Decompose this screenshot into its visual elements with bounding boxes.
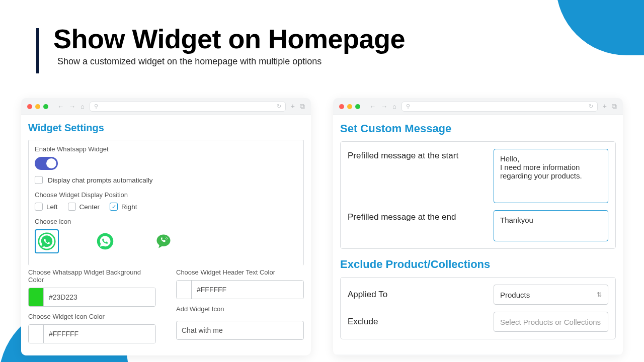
- add-tab-icon[interactable]: +: [603, 102, 607, 111]
- position-right-checkbox[interactable]: ✓: [110, 203, 118, 211]
- minimize-dot-icon[interactable]: [347, 104, 352, 109]
- forward-icon[interactable]: →: [69, 103, 75, 110]
- add-tab-icon[interactable]: +: [291, 102, 295, 111]
- end-message-label: Prefilled message at the end: [348, 210, 478, 241]
- add-icon-label: Add Widget Icon: [176, 305, 304, 313]
- nav-icons: ← → ⌂: [57, 103, 85, 110]
- add-icon-input[interactable]: [176, 321, 304, 340]
- whatsapp-icon: [96, 232, 114, 250]
- header-color-label: Choose Widget Header Text Color: [176, 268, 304, 276]
- exclude-title: Exclude Product/Collections: [340, 258, 616, 271]
- set-custom-message-title: Set Custom Message: [340, 122, 616, 135]
- page-subtitle: Show a customized widget on the homepage…: [57, 56, 405, 67]
- custom-message-content: Set Custom Message Prefilled message at …: [333, 115, 623, 354]
- bg-color-label: Choose Whatsapp Widget Background Color: [28, 268, 156, 284]
- close-dot-icon[interactable]: [339, 104, 344, 109]
- bg-color-field: [28, 288, 156, 307]
- position-center-checkbox[interactable]: [68, 203, 76, 211]
- position-center-label: Center: [79, 203, 100, 211]
- choose-icon-label: Choose icon: [35, 218, 297, 225]
- chat-prompt-label: Display chat prompts automatically: [48, 176, 153, 184]
- search-icon: ⚲: [94, 103, 98, 110]
- exclude-placeholder: Select Products or Collections: [500, 318, 601, 326]
- enable-label: Enable Whatsapp Widget: [35, 145, 297, 153]
- icon-color-label: Choose Widget Icon Color: [28, 313, 156, 320]
- window-controls: [27, 104, 48, 109]
- whatsapp-icon-option-2[interactable]: [93, 229, 117, 253]
- widget-settings-browser: ← → ⌂ ⚲ ↻ + ⧉ Widget Settings Enable Wha…: [21, 98, 311, 355]
- nav-icons: ← → ⌂: [369, 103, 396, 110]
- panels-container: ← → ⌂ ⚲ ↻ + ⧉ Widget Settings Enable Wha…: [21, 98, 623, 355]
- whatsapp-icon-option-1[interactable]: [35, 229, 59, 253]
- position-label: Choose Widget Display Position: [35, 191, 297, 199]
- bg-color-input[interactable]: [44, 288, 155, 306]
- back-icon[interactable]: ←: [57, 103, 64, 110]
- start-message-label: Prefilled message at the start: [348, 149, 478, 203]
- toggle-knob-icon: [46, 158, 56, 168]
- close-dot-icon[interactable]: [27, 104, 32, 109]
- settings-box: Enable Whatsapp Widget Display chat prom…: [28, 140, 304, 265]
- window-controls: [339, 104, 360, 109]
- custom-message-card: Prefilled message at the start Prefilled…: [340, 141, 616, 249]
- widget-settings-title: Widget Settings: [28, 122, 304, 134]
- end-message-textarea[interactable]: [494, 210, 608, 241]
- start-message-textarea[interactable]: [494, 149, 608, 203]
- url-bar[interactable]: ⚲ ↻: [401, 102, 598, 112]
- icon-color-input[interactable]: [44, 325, 155, 343]
- header-color-input[interactable]: [192, 281, 303, 299]
- whatsapp-icon: [38, 232, 56, 250]
- custom-message-browser: ← → ⌂ ⚲ ↻ + ⧉ Set Custom Message Prefill…: [333, 98, 623, 355]
- chrome-right-icons: + ⧉: [603, 102, 617, 111]
- bg-color-swatch[interactable]: [29, 288, 44, 306]
- back-icon[interactable]: ←: [369, 103, 376, 110]
- browser-chrome: ← → ⌂ ⚲ ↻ + ⧉: [333, 98, 623, 115]
- header-accent-bar: [36, 28, 39, 73]
- position-left-label: Left: [46, 203, 58, 211]
- applied-to-label: Applied To: [348, 290, 478, 300]
- page-title: Show Widget on Homepage: [53, 25, 405, 52]
- header-color-field: [176, 280, 304, 299]
- applied-to-value: Products: [500, 291, 530, 299]
- home-icon[interactable]: ⌂: [392, 103, 396, 110]
- home-icon[interactable]: ⌂: [80, 103, 85, 110]
- tabs-icon[interactable]: ⧉: [300, 102, 305, 111]
- phone-bubble-icon: [154, 232, 173, 250]
- maximize-dot-icon[interactable]: [43, 104, 48, 109]
- browser-chrome: ← → ⌂ ⚲ ↻ + ⧉: [21, 98, 311, 115]
- exclude-select[interactable]: Select Products or Collections: [494, 312, 608, 332]
- icon-color-field: [28, 324, 156, 343]
- color-columns: Choose Whatsapp Widget Background Color …: [28, 268, 304, 349]
- decorative-blob-top-right: [556, 0, 644, 55]
- whatsapp-icon-option-3[interactable]: [151, 229, 176, 253]
- maximize-dot-icon[interactable]: [355, 104, 360, 109]
- refresh-icon[interactable]: ↻: [277, 103, 281, 110]
- applied-to-select[interactable]: Products ⇅: [494, 285, 608, 305]
- exclude-card: Applied To Products ⇅ Exclude Select Pro…: [340, 277, 616, 339]
- header-color-swatch[interactable]: [177, 281, 192, 299]
- widget-settings-content: Widget Settings Enable Whatsapp Widget D…: [21, 115, 311, 355]
- caret-icon: ⇅: [597, 291, 602, 298]
- position-right-label: Right: [121, 203, 137, 211]
- position-left-checkbox[interactable]: [35, 203, 43, 211]
- chrome-right-icons: + ⧉: [291, 102, 305, 111]
- chat-prompt-checkbox[interactable]: [35, 176, 43, 184]
- url-bar[interactable]: ⚲ ↻: [90, 102, 286, 112]
- page-header: Show Widget on Homepage Show a customize…: [36, 25, 405, 73]
- tabs-icon[interactable]: ⧉: [612, 102, 617, 111]
- icon-color-swatch[interactable]: [29, 325, 44, 343]
- forward-icon[interactable]: →: [381, 103, 387, 110]
- minimize-dot-icon[interactable]: [35, 104, 40, 109]
- search-icon: ⚲: [406, 103, 410, 110]
- exclude-label: Exclude: [348, 317, 478, 327]
- enable-toggle[interactable]: [35, 157, 58, 170]
- refresh-icon[interactable]: ↻: [589, 103, 593, 110]
